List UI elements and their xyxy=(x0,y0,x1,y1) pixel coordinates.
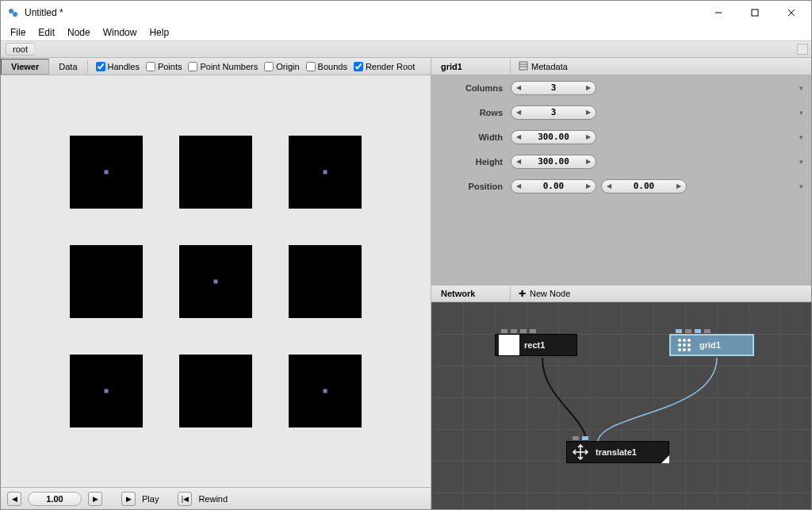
zoom-field[interactable]: 1.00 xyxy=(28,492,82,506)
node-label: grid1 xyxy=(699,340,721,350)
expand-icon[interactable]: ▾ xyxy=(799,182,803,190)
prop-width: Width ◀300.00▶ ▾ xyxy=(431,125,811,149)
menu-file[interactable]: File xyxy=(4,25,32,40)
svg-point-10 xyxy=(683,339,686,342)
breadcrumb-end-box[interactable] xyxy=(797,44,808,55)
svg-point-0 xyxy=(9,9,13,13)
inspector-selected-node[interactable]: grid1 xyxy=(431,59,511,74)
svg-point-11 xyxy=(688,339,691,342)
cell xyxy=(289,245,362,318)
check-render-root[interactable]: Render Root xyxy=(354,62,415,71)
close-button[interactable] xyxy=(773,1,810,25)
maximize-button[interactable] xyxy=(737,1,773,25)
cell xyxy=(289,136,362,209)
cell xyxy=(70,136,143,209)
rewind-icon[interactable]: |◀ xyxy=(178,492,192,506)
metadata-icon xyxy=(519,61,528,72)
cell xyxy=(179,136,252,209)
svg-point-15 xyxy=(678,348,681,351)
expand-icon[interactable]: ▾ xyxy=(799,158,803,166)
viewer-pane: Viewer Data Handles Points Point Numbers… xyxy=(1,58,431,509)
footer-bar: ◀ 1.00 ▶ ▶ Play |◀ Rewind xyxy=(1,487,431,509)
menu-help[interactable]: Help xyxy=(143,25,175,40)
node-rect1[interactable]: rect1 xyxy=(495,334,577,356)
cell xyxy=(70,245,143,318)
cell xyxy=(70,355,143,428)
play-icon[interactable]: ▶ xyxy=(121,492,136,506)
check-handles[interactable]: Handles xyxy=(96,62,140,71)
viewer-tabs: Viewer Data Handles Points Point Numbers… xyxy=(1,58,431,75)
network-header: Network ✚ New Node xyxy=(431,285,811,302)
menu-window[interactable]: Window xyxy=(97,25,144,40)
minimize-button[interactable] xyxy=(700,1,737,25)
svg-point-16 xyxy=(683,348,686,351)
rewind-label[interactable]: Rewind xyxy=(198,494,228,504)
breadcrumb-bar: root xyxy=(1,40,811,58)
tab-network[interactable]: Network xyxy=(431,286,511,301)
check-bounds[interactable]: Bounds xyxy=(306,62,347,71)
inspector-header: grid1 Metadata xyxy=(431,58,811,75)
svg-point-12 xyxy=(678,343,681,347)
rendered-grid xyxy=(1,75,431,487)
translate-thumb-icon xyxy=(570,442,591,462)
menubar: File Edit Node Window Help xyxy=(1,25,811,40)
node-grid1[interactable]: grid1 xyxy=(669,334,754,356)
plus-icon: ✚ xyxy=(519,289,526,299)
app-icon xyxy=(7,6,20,19)
node-graph[interactable]: rect1 grid1 translate1 xyxy=(431,302,811,509)
node-label: rect1 xyxy=(524,340,545,350)
svg-rect-6 xyxy=(519,62,527,70)
breadcrumb-root[interactable]: root xyxy=(6,43,35,56)
svg-rect-3 xyxy=(752,10,758,16)
check-points[interactable]: Points xyxy=(146,62,182,71)
tab-data[interactable]: Data xyxy=(49,59,87,74)
expand-icon[interactable]: ▾ xyxy=(799,84,803,92)
height-stepper[interactable]: ◀300.00▶ xyxy=(511,155,596,169)
cell xyxy=(179,355,252,428)
render-flag-icon xyxy=(661,455,669,463)
zoom-dec-button[interactable]: ◀ xyxy=(7,492,21,506)
svg-point-9 xyxy=(678,339,681,342)
prop-height: Height ◀300.00▶ ▾ xyxy=(431,149,811,174)
cell xyxy=(179,245,252,318)
right-pane: grid1 Metadata Columns ◀3▶ ▾ Rows ◀3▶ ▾ … xyxy=(431,58,811,509)
menu-node[interactable]: Node xyxy=(61,25,97,40)
width-stepper[interactable]: ◀300.00▶ xyxy=(511,130,596,144)
window-title: Untitled * xyxy=(25,7,700,18)
titlebar: Untitled * xyxy=(1,1,811,25)
svg-point-13 xyxy=(683,343,686,347)
grid-thumb-icon xyxy=(674,335,695,355)
svg-point-17 xyxy=(688,348,691,351)
prop-position: Position ◀0.00▶ ◀0.00▶ ▾ xyxy=(431,174,811,198)
rect-thumb-icon xyxy=(499,335,519,355)
expand-icon[interactable]: ▾ xyxy=(799,133,803,141)
tab-metadata[interactable]: Metadata xyxy=(511,59,576,75)
rows-stepper[interactable]: ◀3▶ xyxy=(511,105,596,120)
position-x-stepper[interactable]: ◀0.00▶ xyxy=(511,179,596,194)
position-y-stepper[interactable]: ◀0.00▶ xyxy=(601,179,687,194)
cell xyxy=(289,355,362,428)
zoom-inc-button[interactable]: ▶ xyxy=(88,492,102,506)
columns-stepper[interactable]: ◀3▶ xyxy=(511,81,596,95)
check-origin[interactable]: Origin xyxy=(264,62,299,71)
node-label: translate1 xyxy=(596,447,637,457)
new-node-button[interactable]: ✚ New Node xyxy=(511,286,578,301)
property-panel: Columns ◀3▶ ▾ Rows ◀3▶ ▾ Width ◀300.00▶ … xyxy=(431,75,811,285)
prop-columns: Columns ◀3▶ ▾ xyxy=(431,75,811,100)
play-label[interactable]: Play xyxy=(142,494,159,504)
tab-viewer[interactable]: Viewer xyxy=(1,59,49,75)
svg-point-1 xyxy=(13,12,17,17)
viewer-canvas[interactable] xyxy=(1,75,431,487)
prop-rows: Rows ◀3▶ ▾ xyxy=(431,100,811,125)
expand-icon[interactable]: ▾ xyxy=(799,109,803,117)
wires xyxy=(431,302,811,509)
menu-edit[interactable]: Edit xyxy=(32,25,61,40)
node-translate1[interactable]: translate1 xyxy=(566,441,669,463)
check-point-numbers[interactable]: Point Numbers xyxy=(188,62,258,71)
svg-point-14 xyxy=(688,343,691,347)
